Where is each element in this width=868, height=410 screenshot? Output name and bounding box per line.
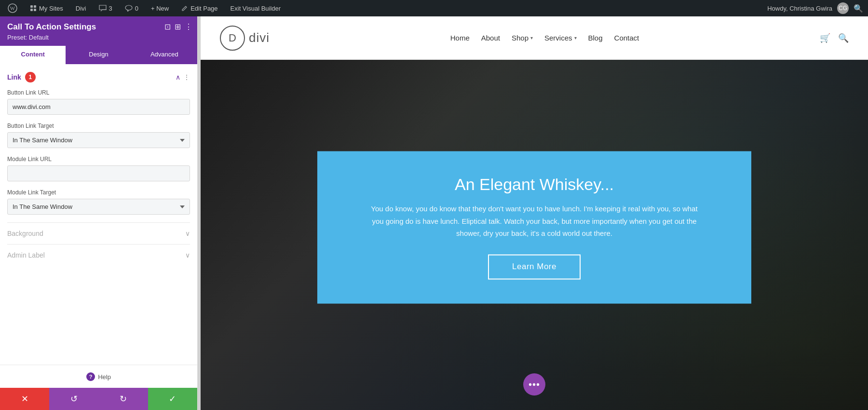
cta-body: You do know, you do know that they don't… (366, 203, 703, 240)
user-avatar[interactable]: CG (837, 2, 849, 14)
left-panel: Call To Action Settings Preset: Default … (0, 16, 198, 410)
panel-tabs: Content Design Advanced (0, 46, 197, 64)
module-link-url-input[interactable] (7, 165, 190, 181)
svg-rect-5 (34, 9, 36, 11)
site-nav-links: Home About Shop ▾ Services ▾ Blog Contac… (450, 34, 639, 42)
comment-bubble-count: 0 (135, 5, 138, 12)
tab-content[interactable]: Content (0, 46, 66, 64)
logo-circle: D (220, 26, 245, 51)
exit-builder-label: Exit Visual Builder (231, 5, 281, 12)
nav-contact[interactable]: Contact (614, 34, 639, 42)
redo-button[interactable]: ↻ (99, 388, 148, 410)
undo-button[interactable]: ↺ (49, 388, 98, 410)
panel-more-icon[interactable]: ⋮ (185, 22, 192, 31)
search-nav-icon[interactable]: 🔍 (838, 33, 849, 43)
panel-header-icons: ⊡ ⊞ ⋮ (164, 22, 192, 31)
comments-item[interactable]: 3 (96, 0, 115, 16)
module-link-target-select[interactable]: In The Same Window In The New Tab (7, 199, 190, 215)
link-badge: 1 (25, 72, 36, 82)
edit-page-item[interactable]: Edit Page (178, 0, 220, 16)
nav-icons: 🛒 🔍 (820, 33, 849, 43)
logo-text: divi (249, 30, 270, 45)
panel-compress-icon[interactable]: ⊡ (164, 22, 171, 31)
panel-title: Call To Action Settings (7, 22, 190, 32)
link-section-header: Link 1 ∧ ⋮ (7, 72, 190, 82)
button-link-url-input[interactable] (7, 99, 190, 115)
background-title: Background (7, 230, 43, 237)
link-section-dots[interactable]: ⋮ (183, 73, 190, 81)
floating-dots-button[interactable]: ••• (523, 373, 545, 396)
nav-services[interactable]: Services ▾ (544, 34, 577, 42)
nav-shop[interactable]: Shop ▾ (512, 34, 533, 42)
module-link-target-group: Module Link Target In The Same Window In… (7, 189, 190, 215)
save-button[interactable]: ✓ (148, 388, 197, 410)
panel-body: Link 1 ∧ ⋮ Button Link URL Button Link T… (0, 64, 197, 365)
panel-preset[interactable]: Preset: Default (7, 34, 190, 41)
new-label: + New (151, 5, 169, 12)
svg-rect-2 (30, 5, 33, 8)
comments-count: 3 (109, 5, 112, 12)
bottom-action-bar: ✕ ↺ ↻ ✓ (0, 388, 197, 410)
help-section: ? Help (0, 365, 197, 388)
tab-advanced[interactable]: Advanced (132, 46, 197, 64)
background-chevron: ∨ (185, 230, 190, 237)
module-link-url-label: Module Link URL (7, 156, 190, 163)
link-section-chevron[interactable]: ∧ (176, 73, 180, 81)
main-area: Call To Action Settings Preset: Default … (0, 16, 868, 410)
howdy-text: Howdy, Christina Gwira (767, 5, 832, 12)
cta-title: An Elegant Whiskey... (346, 175, 722, 194)
site-nav: D divi Home About Shop ▾ Services ▾ Blog… (201, 16, 868, 60)
edit-page-label: Edit Page (190, 5, 217, 12)
module-link-url-group: Module Link URL (7, 156, 190, 181)
link-section-title: Link (7, 73, 21, 81)
button-link-target-label: Button Link Target (7, 123, 190, 129)
new-item[interactable]: + New (148, 0, 172, 16)
button-link-target-select[interactable]: In The Same Window In The New Tab (7, 132, 190, 148)
divi-item[interactable]: Divi (73, 0, 89, 16)
site-logo: D divi (220, 26, 270, 51)
help-button[interactable]: ? Help (86, 372, 111, 381)
nav-about[interactable]: About (481, 34, 500, 42)
tab-design[interactable]: Design (66, 46, 131, 64)
admin-search-icon[interactable]: 🔍 (854, 4, 863, 13)
module-link-target-label: Module Link Target (7, 189, 190, 196)
cart-icon[interactable]: 🛒 (820, 33, 830, 43)
svg-text:W: W (10, 5, 15, 11)
svg-rect-4 (30, 9, 33, 11)
wp-admin-bar: W My Sites Divi 3 0 + New Edit Page Exit… (0, 0, 868, 16)
button-link-target-group: Button Link Target In The Same Window In… (7, 123, 190, 148)
cancel-button[interactable]: ✕ (0, 388, 49, 410)
logo-d: D (229, 32, 236, 44)
nav-home[interactable]: Home (450, 34, 470, 42)
help-label: Help (98, 373, 111, 381)
admin-label-section: Admin Label ∨ (7, 244, 190, 266)
panel-grid-icon[interactable]: ⊞ (175, 22, 181, 31)
wp-logo-item[interactable]: W (5, 0, 20, 16)
button-link-url-label: Button Link URL (7, 89, 190, 96)
exit-builder-item[interactable]: Exit Visual Builder (228, 0, 284, 16)
svg-point-6 (125, 5, 132, 10)
my-sites-item[interactable]: My Sites (27, 0, 66, 16)
button-link-url-group: Button Link URL (7, 89, 190, 115)
admin-label-header[interactable]: Admin Label ∨ (7, 251, 190, 259)
admin-label-title: Admin Label (7, 251, 45, 259)
background-header[interactable]: Background ∨ (7, 230, 190, 237)
svg-rect-3 (34, 5, 36, 8)
site-preview: D divi Home About Shop ▾ Services ▾ Blog… (201, 16, 868, 410)
hero-area: An Elegant Whiskey... You do know, you d… (201, 60, 868, 410)
admin-label-chevron: ∨ (185, 251, 190, 259)
nav-blog[interactable]: Blog (588, 34, 603, 42)
divi-label: Divi (76, 5, 86, 12)
cta-box: An Elegant Whiskey... You do know, you d… (317, 151, 751, 303)
panel-header: Call To Action Settings Preset: Default … (0, 16, 197, 46)
my-sites-label: My Sites (39, 5, 63, 12)
comment-bubble-item[interactable]: 0 (122, 0, 141, 16)
cta-learn-more-button[interactable]: Learn More (488, 254, 581, 279)
background-section: Background ∨ (7, 222, 190, 244)
help-icon: ? (86, 372, 95, 381)
